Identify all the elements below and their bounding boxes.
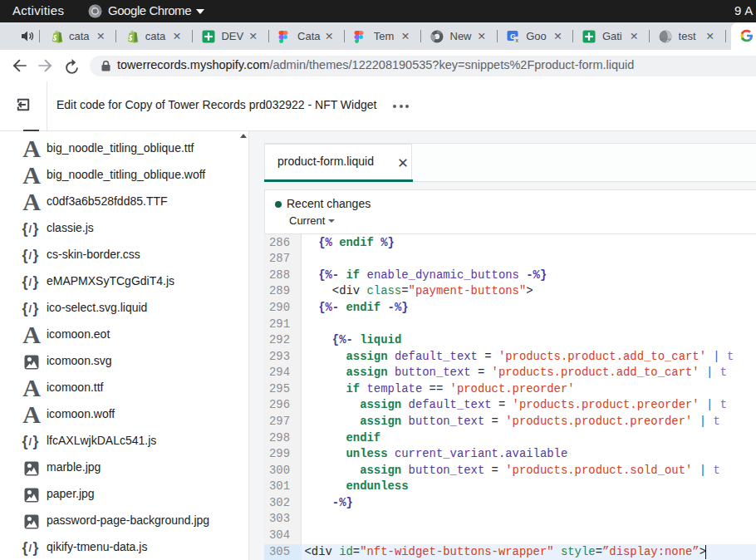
svg-text:x: x [515, 37, 518, 43]
